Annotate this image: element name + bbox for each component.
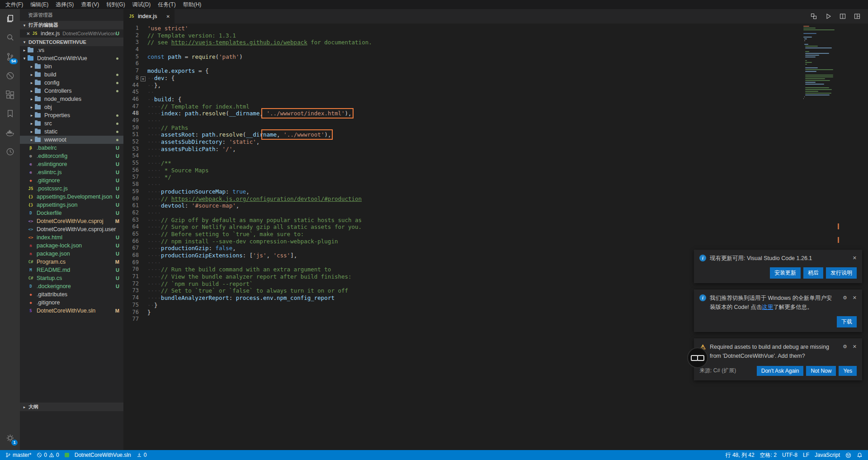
close-icon[interactable]: ✕ [166,14,170,19]
code-line[interactable]: 1'use strict' [123,25,800,32]
code-line[interactable]: 57···· */ [123,174,800,181]
tree-item[interactable]: DDockerfileU [20,209,123,217]
tree-item[interactable]: ▸static [20,128,123,136]
notifications-bell-icon[interactable] [854,450,865,460]
tree-item[interactable]: {}appsettings.Development.jsonU [20,193,123,201]
code-line[interactable]: 62···· [123,209,800,217]
history-icon[interactable] [0,142,20,161]
here-link[interactable]: 这里 [762,304,773,310]
source-control-icon[interactable]: 54 [0,47,20,66]
menu-item[interactable]: 调试(D) [129,0,155,9]
git-branch-status[interactable]: master* [3,450,34,460]
tree-item[interactable]: SDotnetCoreWithVue.slnM [20,307,123,315]
code-line[interactable]: 60····// https://webpack.js.org/configur… [123,195,800,203]
run-icon[interactable] [825,13,832,20]
tree-item[interactable]: ▸bin [20,62,123,71]
open-editors-header[interactable]: ▾ 打开的编辑器 [20,21,123,29]
code-line[interactable]: 44··}, [123,82,800,89]
tree-item[interactable]: ▾DotnetCoreWithVue [20,54,123,62]
tree-item[interactable]: ▸obj [20,103,123,111]
docker-icon[interactable] [0,123,20,142]
search-icon[interactable] [0,28,20,47]
cursor-position[interactable]: 行 48, 列 42 [723,450,757,460]
code-line[interactable]: 52····assetsSubDirectory: 'static', [123,138,800,146]
tree-item[interactable]: ⚙.editorconfigU [20,152,123,160]
open-changes-icon[interactable] [810,13,817,20]
code-line[interactable]: 5const path = require('path') [123,53,800,61]
tree-item[interactable]: ▸config [20,79,123,87]
tree-item[interactable]: MREADME.mdU [20,266,123,274]
code-line[interactable]: 4 [123,46,800,53]
menu-item[interactable]: 查看(V) [77,0,103,9]
code-line[interactable]: 48····index: path.resolve(__dirname, '..… [123,110,800,117]
tree-item[interactable]: ◆.gitignore [20,299,123,307]
release-notes-button[interactable]: 发行说明 [826,267,857,279]
dont-ask-again-button[interactable]: Don't Ask Again [757,366,804,376]
code-line[interactable]: 49···· [123,117,800,124]
download-button[interactable]: 下载 [837,316,857,327]
gear-icon[interactable]: ⚙ [843,344,847,350]
tree-item[interactable]: ▸build [20,71,123,79]
menu-item[interactable]: 任务(T) [154,0,179,9]
code-line[interactable]: 53····assetsPublicPath: '/', [123,146,800,153]
extension-status-icon[interactable] [62,450,72,460]
feedback-smiley-icon[interactable] [843,450,854,460]
split-editor-icon[interactable] [839,13,846,20]
menu-item[interactable]: 编辑(E) [27,0,52,9]
menu-item[interactable]: 转到(G) [103,0,128,9]
tree-item[interactable]: D.dockerignoreU [20,282,123,290]
tree-item[interactable]: ◆.gitignoreU [20,176,123,185]
close-icon[interactable]: ✕ [853,255,857,261]
solution-selector[interactable]: DotnetCoreWithVue.sln [72,450,134,460]
code-line[interactable]: 54···· [123,152,800,160]
indentation-status[interactable]: 空格: 2 [757,450,779,460]
code-line[interactable]: 7module.exports = { [123,67,800,75]
tree-item[interactable]: JS.postcssrc.jsU [20,185,123,193]
language-mode[interactable]: JavaScript [812,450,843,460]
close-icon[interactable]: ✕ [853,295,857,301]
menu-item[interactable]: 文件(F) [2,0,27,9]
menu-item[interactable]: 选择(S) [52,0,77,9]
code-line[interactable]: 47····// Template for index.html [123,103,800,110]
eol-status[interactable]: LF [800,450,812,460]
minimap[interactable] [800,24,868,450]
not-now-button[interactable]: Not Now [806,366,836,376]
tree-item[interactable]: <>DotnetCoreWithVue.csproj.user [20,225,123,233]
code-line[interactable]: 59····productionSourceMap: true, [123,188,800,195]
outline-header[interactable]: ▸ 大纲 [20,403,123,411]
tree-item[interactable]: ▸Properties [20,111,123,119]
yes-button[interactable]: Yes [839,366,857,376]
code-line[interactable]: 3// see http://vuejs-templates.github.io… [123,39,800,46]
tree-item[interactable]: C#Startup.csU [20,274,123,282]
code-line[interactable]: 8+··dev: { [123,75,800,82]
tree-item[interactable]: ▸wwwroot [20,136,123,144]
tree-item[interactable]: ▸src [20,119,123,128]
tree-item[interactable]: <>DotnetCoreWithVue.csprojM [20,217,123,225]
tree-item[interactable]: e.eslintignoreU [20,160,123,168]
code-line[interactable]: 61····devtool: '#source-map', [123,202,800,209]
code-line[interactable]: 65····// Before setting to `true`, make … [123,231,800,238]
code-line[interactable]: 46··build: { [123,96,800,103]
tree-item[interactable]: ▸.vs [20,46,123,54]
settings-gear-icon[interactable]: 1 [0,428,20,447]
code-line[interactable]: 6 [123,60,800,67]
tree-item[interactable]: β.babelrcU [20,144,123,152]
gear-icon[interactable]: ⚙ [843,295,847,301]
open-editor-item[interactable]: ✕ JS index.js DotnetCoreWithVue\con... U [20,29,123,38]
close-icon[interactable]: ✕ [25,31,31,36]
encoding-status[interactable]: UTF-8 [779,450,800,460]
tree-item[interactable]: C#Program.csM [20,258,123,266]
code-line[interactable]: 58···· [123,181,800,188]
code-line[interactable]: 50····// Paths [123,124,800,132]
tree-item[interactable]: e.eslintrc.jsU [20,168,123,176]
code-line[interactable]: 2// Template version: 1.3.1 [123,32,800,39]
close-icon[interactable]: ✕ [853,344,857,350]
code-line[interactable]: 56···· * Source Maps [123,167,800,174]
install-update-button[interactable]: 安装更新 [770,267,801,279]
tree-item[interactable]: ◆.gitattributes [20,290,123,299]
tree-item[interactable]: {}appsettings.jsonU [20,201,123,209]
code-editor[interactable]: 1'use strict'2// Template version: 1.3.1… [123,24,800,450]
code-line[interactable]: 45·· [123,89,800,96]
fold-expand-icon[interactable]: + [141,76,146,81]
tree-item[interactable]: npackage.jsonU [20,250,123,258]
